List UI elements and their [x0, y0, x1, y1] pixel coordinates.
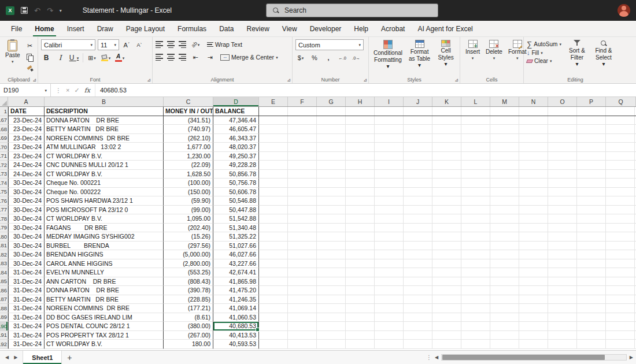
row-header-167[interactable]: 167 — [0, 116, 8, 125]
empty-cells[interactable] — [259, 107, 636, 116]
row-header-181[interactable]: 181 — [0, 242, 8, 251]
tab-review[interactable]: Review — [240, 21, 275, 36]
cell-balance[interactable]: 47,346.44 — [213, 116, 259, 125]
column-header-c[interactable]: C — [164, 97, 213, 106]
next-sheet-arrow-icon[interactable]: ▶ — [14, 355, 17, 360]
cell-date[interactable]: 23-Dec-24 — [8, 152, 45, 161]
wrap-text-button[interactable]: Wrap Text — [207, 41, 242, 48]
cell-date[interactable]: 30-Dec-24 — [8, 206, 45, 215]
cell-balance[interactable]: 51,325.22 — [213, 232, 259, 242]
insert-function-icon[interactable]: fx — [84, 87, 90, 94]
row-header-178[interactable]: 178 — [0, 214, 8, 224]
row-header-175[interactable]: 175 — [0, 188, 8, 197]
row-header-187[interactable]: 187 — [0, 295, 8, 304]
sort-filter-button[interactable]: Sort & Filter ▾ — [566, 39, 588, 68]
empty-cells[interactable] — [259, 304, 636, 313]
cell-balance[interactable]: 49,228.28 — [213, 161, 259, 170]
cut-icon[interactable]: ✂ — [25, 40, 35, 51]
empty-cells[interactable] — [259, 214, 636, 224]
cell-money[interactable]: (59.90) — [164, 196, 213, 206]
decrease-font-size-button[interactable]: Aˋ — [134, 40, 145, 50]
cell-description[interactable]: NOREEN COMMINS DR BRE — [45, 304, 164, 313]
cell-date[interactable]: 30-Dec-24 — [8, 250, 45, 259]
row-header-191[interactable]: 191 — [0, 331, 8, 340]
cell-date[interactable]: 23-Dec-24 — [8, 116, 45, 125]
name-box[interactable]: D190 ▾ — [0, 84, 51, 96]
column-header-q[interactable]: Q — [606, 97, 636, 106]
cell-money[interactable]: (341.51) — [164, 116, 213, 125]
cell-money[interactable]: MONEY IN / OUT — [164, 107, 213, 116]
cell-money[interactable]: (297.56) — [164, 242, 213, 251]
empty-cells[interactable] — [259, 277, 636, 287]
tab-developer[interactable]: Developer — [304, 21, 348, 36]
middle-align-button[interactable] — [167, 41, 175, 48]
italic-button[interactable]: I — [55, 53, 65, 63]
excel-app-icon[interactable]: X — [6, 6, 14, 15]
column-header-e[interactable]: E — [259, 97, 288, 106]
empty-cells[interactable] — [259, 242, 636, 251]
delete-cells-button[interactable]: Delete ▾ — [483, 39, 505, 61]
cell-description[interactable]: CT WORLDPAY B.V. — [45, 170, 164, 179]
empty-cells[interactable] — [259, 170, 636, 179]
cell-description[interactable]: POS SHAWS HARDWA 23/12 1 — [45, 196, 164, 206]
empty-cells[interactable] — [259, 206, 636, 215]
conditional-formatting-button[interactable]: Conditional Formatting ▾ — [372, 39, 404, 70]
cell-description[interactable]: POS DENTAL COUNC 28/12 1 — [45, 322, 164, 331]
align-center-button[interactable] — [167, 54, 175, 61]
cell-description[interactable]: Cheque No. 000222 — [45, 188, 164, 197]
cell-description[interactable]: POS PROPERTY TAX 28/12 1 — [45, 331, 164, 340]
cell-date[interactable]: 30-Dec-24 — [8, 242, 45, 251]
cell-money[interactable]: (177.21) — [164, 304, 213, 313]
prev-sheet-arrow-icon[interactable]: ◀ — [5, 355, 9, 360]
cell-styles-button[interactable]: Cell Styles ▾ — [435, 39, 457, 68]
cell-balance[interactable]: 46,343.37 — [213, 134, 259, 143]
scroll-right-arrow-icon[interactable]: ▶ — [630, 355, 633, 360]
cell-balance[interactable]: 43,227.66 — [213, 259, 259, 269]
row-header-174[interactable]: 174 — [0, 179, 8, 188]
empty-cells[interactable] — [259, 259, 636, 269]
row-header-188[interactable]: 188 — [0, 304, 8, 313]
cell-description[interactable]: CT WORLDPAY B.V. — [45, 214, 164, 224]
undo-icon[interactable]: ↶ — [34, 7, 40, 14]
row-header-180[interactable]: 180 — [0, 232, 8, 242]
cell-money[interactable]: (22.09) — [164, 161, 213, 170]
find-select-button[interactable]: Find & Select ▾ — [593, 39, 615, 68]
cell-money[interactable]: (267.00) — [164, 331, 213, 340]
cell-date[interactable]: 23-Dec-24 — [8, 125, 45, 134]
cell-money[interactable]: (380.00) — [164, 322, 213, 331]
sheet-tab-sheet1[interactable]: Sheet1 — [23, 351, 62, 364]
tab-data[interactable]: Data — [213, 21, 240, 36]
cell-balance[interactable]: 40,413.53 — [213, 331, 259, 340]
cell-balance[interactable]: 46,605.47 — [213, 125, 259, 134]
tab-file[interactable]: File — [5, 21, 28, 36]
tab-view[interactable]: View — [276, 21, 304, 36]
paste-button[interactable]: Paste ▾ — [3, 39, 23, 64]
column-header-n[interactable]: N — [519, 97, 548, 106]
cell-balance[interactable]: 51,340.48 — [213, 224, 259, 233]
fill-button[interactable]: ↓ Fill ▾ — [527, 50, 561, 56]
select-all-corner[interactable] — [0, 97, 8, 106]
borders-button[interactable]: ⊞▾ — [87, 53, 97, 63]
cell-description[interactable]: DONNA PATON DR BRE — [45, 286, 164, 295]
bold-button[interactable]: B — [41, 53, 51, 63]
scrollbar-thumb[interactable] — [442, 355, 604, 360]
column-header-k[interactable]: K — [432, 97, 461, 106]
column-header-d[interactable]: D — [213, 97, 259, 106]
cell-date[interactable]: 30-Dec-24 — [8, 188, 45, 197]
cell-money[interactable]: 1,095.00 — [164, 214, 213, 224]
decrease-decimal-button[interactable]: .0→ — [351, 53, 361, 63]
cell-description[interactable]: DONNA PATON DR BRE — [45, 116, 164, 125]
cell-balance[interactable]: 41,069.14 — [213, 304, 259, 313]
autosum-button[interactable]: ∑ AutoSum ▾ — [527, 40, 561, 48]
empty-cells[interactable] — [259, 179, 636, 188]
name-box-resize-handle[interactable]: ⋮ — [56, 87, 61, 94]
scrollbar-track[interactable] — [441, 354, 627, 361]
row-header-1[interactable]: 1 — [0, 107, 8, 116]
cell-date[interactable]: 31-Dec-24 — [8, 340, 45, 349]
clear-button[interactable]: Clear ▾ — [527, 58, 561, 64]
decrease-indent-button[interactable]: ⇤ — [190, 52, 201, 62]
cell-money[interactable]: (150.00) — [164, 188, 213, 197]
align-right-button[interactable] — [179, 54, 186, 61]
empty-cells[interactable] — [259, 116, 636, 125]
cell-money[interactable]: (553.25) — [164, 268, 213, 277]
